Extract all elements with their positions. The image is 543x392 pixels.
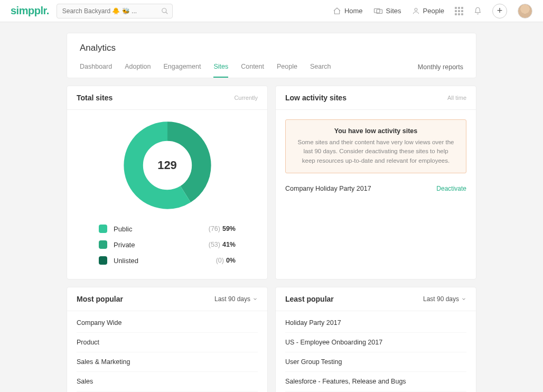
- warning-body: Some sites and their content have very l…: [296, 138, 455, 165]
- list-item[interactable]: User Group Testing: [285, 352, 466, 372]
- tab-content[interactable]: Content: [241, 63, 264, 78]
- analytics-header-card: Analytics Dashboard Adoption Engagement …: [67, 33, 476, 78]
- user-avatar[interactable]: [518, 4, 532, 18]
- tab-people[interactable]: People: [277, 63, 297, 78]
- most-popular-list: Company Wide Product Sales & Marketing S…: [67, 311, 267, 392]
- legend-row-private: Private (53)41%: [99, 237, 236, 253]
- svg-point-4: [415, 8, 417, 11]
- deactivate-link[interactable]: Deactivate: [436, 185, 466, 192]
- most-popular-card: Most popular Last 90 days Company Wide P…: [67, 287, 268, 392]
- apps-menu[interactable]: [455, 7, 463, 15]
- bell-icon: [474, 7, 482, 15]
- legend-label: Private: [114, 241, 135, 249]
- tab-adoption[interactable]: Adoption: [125, 63, 151, 78]
- chevron-down-icon: [252, 296, 258, 302]
- notifications[interactable]: [474, 7, 482, 15]
- low-activity-subtitle: All time: [447, 95, 466, 101]
- legend-row-public: Public (76)59%: [99, 221, 236, 237]
- topbar: simpplr. Home Sites People: [0, 0, 543, 22]
- list-item[interactable]: Sales & Marketing: [77, 352, 258, 372]
- nav-people[interactable]: People: [412, 7, 444, 15]
- legend-label: Unlisted: [114, 257, 138, 265]
- total-sites-legend: Public (76)59% Private (53)41% Unlisted …: [67, 216, 267, 279]
- search-field-wrap: [57, 4, 173, 18]
- page-title: Analytics: [80, 43, 463, 53]
- sites-icon: [373, 7, 383, 15]
- list-item[interactable]: Salesforce - Features, Release and Bugs: [285, 372, 466, 391]
- search-input[interactable]: [57, 4, 173, 18]
- tab-dashboard[interactable]: Dashboard: [80, 63, 112, 78]
- low-activity-row: Company Holiday Party 2017 Deactivate: [285, 181, 466, 197]
- low-activity-warning: You have low activity sites Some sites a…: [285, 119, 466, 173]
- most-popular-title: Most popular: [77, 295, 123, 303]
- least-popular-title: Least popular: [285, 295, 334, 303]
- apps-grid-icon: [455, 7, 463, 15]
- low-activity-site-name: Company Holiday Party 2017: [285, 185, 371, 192]
- low-activity-title: Low activity sites: [285, 94, 347, 102]
- tab-sites[interactable]: Sites: [213, 63, 228, 78]
- list-item[interactable]: Sales: [77, 372, 258, 391]
- svg-line-1: [165, 12, 167, 14]
- nav-sites[interactable]: Sites: [373, 7, 401, 15]
- top-nav: Home Sites People +: [333, 4, 532, 18]
- donut-center-value: 129: [123, 120, 212, 210]
- swatch-unlisted: [99, 256, 107, 265]
- least-popular-card: Least popular Last 90 days Holiday Party…: [275, 287, 476, 392]
- list-item[interactable]: Product: [77, 333, 258, 352]
- chevron-down-icon: [461, 296, 466, 302]
- swatch-public: [99, 225, 107, 233]
- low-activity-card: Low activity sites All time You have low…: [275, 86, 476, 279]
- nav-home-label: Home: [344, 7, 363, 15]
- list-item[interactable]: US - Employee Onboarding 2017: [285, 333, 466, 352]
- legend-row-unlisted: Unlisted (0)0%: [99, 253, 236, 268]
- most-popular-range[interactable]: Last 90 days: [214, 295, 258, 303]
- tab-row: Dashboard Adoption Engagement Sites Cont…: [80, 63, 463, 78]
- total-sites-donut: 129: [123, 120, 212, 210]
- total-sites-card: Total sites Currently 129 Public (7: [67, 86, 268, 279]
- home-icon: [333, 7, 341, 15]
- least-popular-list: Holiday Party 2017 US - Employee Onboard…: [276, 311, 476, 392]
- total-sites-title: Total sites: [77, 94, 113, 102]
- least-popular-range[interactable]: Last 90 days: [423, 295, 466, 303]
- list-item[interactable]: Holiday Party 2017: [285, 313, 466, 333]
- nav-people-label: People: [423, 7, 444, 15]
- swatch-private: [99, 240, 107, 249]
- legend-label: Public: [114, 225, 132, 233]
- add-button[interactable]: +: [492, 4, 507, 18]
- people-icon: [412, 7, 420, 15]
- warning-title: You have low activity sites: [296, 127, 455, 135]
- brand-logo[interactable]: simpplr.: [11, 5, 49, 17]
- list-item[interactable]: Company Wide: [77, 313, 258, 333]
- nav-sites-label: Sites: [386, 7, 401, 15]
- monthly-reports-link[interactable]: Monthly reports: [418, 63, 463, 77]
- tab-engagement[interactable]: Engagement: [164, 63, 201, 78]
- plus-icon: +: [497, 5, 503, 16]
- tab-search[interactable]: Search: [310, 63, 331, 78]
- search-icon[interactable]: [161, 7, 168, 15]
- svg-point-0: [162, 8, 166, 12]
- total-sites-subtitle: Currently: [234, 95, 258, 101]
- nav-home[interactable]: Home: [333, 7, 363, 15]
